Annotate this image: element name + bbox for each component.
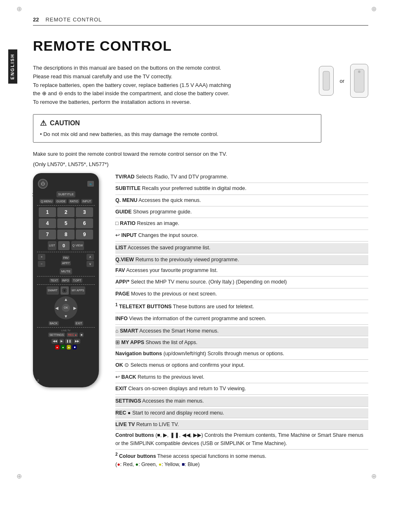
ratio-button[interactable]: RATIO [68,199,80,204]
descriptions-panel: TV/RAD Selects Radio, TV and DTV program… [115,173,368,469]
divider-4 [37,284,95,285]
desc-teletext: 1 TELETEXT BUTTONS These buttons are use… [115,302,368,313]
app-button[interactable]: APP/* [61,261,71,265]
desc-bold-qmenu: Q. MENU [115,197,137,203]
nav-up[interactable]: ▲ [64,297,68,302]
topt-button[interactable]: T.OPT [72,278,82,283]
caution-box: ⚠ CAUTION • Do not mix old and new batte… [33,114,321,143]
remote-top-row: ⏻ 📺 [36,177,96,189]
desc-bold-page: PAGE [115,291,130,297]
crosshair-br: ⊕ [371,472,377,480]
desc-input: ↩ INPUT Changes the input source. [115,232,368,241]
info-button[interactable]: INFO [61,278,70,283]
transport-row: ◀◀ ▶ ❚❚ ▶▶ [36,339,96,344]
text-button[interactable]: TEXT [49,278,59,283]
page-down[interactable]: ∨ [87,261,94,267]
num-7[interactable]: 7 [39,230,56,239]
spacer [61,321,73,326]
smart-button[interactable]: SMART [47,286,59,295]
settings-button[interactable]: SETTINGS [48,333,65,337]
desc-rec: REC ● Start to record and display record… [115,408,368,418]
note-text: Make sure to point the remote control to… [33,151,368,157]
desc-qmenu: Q. MENU Accesses the quick menus. [115,197,368,206]
num-4[interactable]: 4 [39,218,56,228]
fwd-button[interactable]: ▶▶ [74,339,80,344]
desc-bold-ratio: RATIO [120,220,136,226]
stop-button[interactable]: ■ [80,333,84,337]
desc-tvrad: TV/RAD Selects Radio, TV and DTV program… [115,173,368,183]
desc-smart: ⌂ SMART Accesses the Smart Home menus. [115,326,368,336]
num-6[interactable]: 6 [76,218,93,228]
desc-colour-btns: 2 Colour buttons These access special fu… [115,451,368,469]
list-row: LIST 0 Q VIEW [36,241,96,250]
num-8[interactable]: 8 [57,230,75,239]
ok-button[interactable]: OK [62,304,70,312]
caution-header: ⚠ CAUTION [40,119,314,128]
play-button[interactable]: ▶ [59,339,64,344]
text-row: TEXT INFO T.OPT [36,278,96,283]
desc-bold-smart: SMART [120,328,138,334]
desc-exit: EXIT Clears on-screen displays and retur… [115,385,368,395]
desc-bold-teletext: TELETEXT BUTTONS [119,304,172,309]
desc-settings: SETTINGS Accesses the main menus. [115,396,368,406]
desc-bold-qview: Q.VIEW [115,257,134,262]
desc-bold-tvrad: TV/RAD [115,174,135,180]
desc-list: LIST Accesses the saved programme list. [115,243,368,253]
crosshair-tl: ⊕ [16,5,22,13]
num-1[interactable]: 1 [39,207,56,217]
power-button[interactable]: ⏻ [38,179,48,189]
nav-left[interactable]: ◀ [55,305,58,310]
desc-bold-back: BACK [121,374,136,380]
qview-button[interactable]: Q VIEW [71,241,84,250]
nav-right[interactable]: ▶ [73,305,77,310]
nav-down[interactable]: ▼ [64,314,68,319]
pause-button[interactable]: ❚❚ [65,339,73,344]
desc-myapps: ⊞ MY APPS Shows the list of Apps. [115,338,368,348]
rec-button[interactable]: REC ● [67,333,78,337]
page-up[interactable]: ∧ [87,254,94,260]
menu-row: Q.MENU GUIDE RATIO INPUT [36,199,96,204]
desc-bold-exit: EXIT [115,386,127,391]
page-header: 22 REMOTE CONTROL [33,16,368,26]
num-0[interactable]: 0 [58,241,70,250]
desc-bold-info: INFO [115,316,128,321]
desc-back: ↩ BACK Returns to the previous level. [115,373,368,383]
green-button[interactable]: ● [61,345,65,349]
rew-button[interactable]: ◀◀ [51,339,58,344]
blue-button[interactable]: ■ [73,345,77,349]
qmenu-button[interactable]: Q.MENU [40,199,54,204]
num-2[interactable]: 2 [57,207,75,217]
num-9[interactable]: 9 [76,230,93,239]
num-3[interactable]: 3 [76,207,93,217]
myapps-button[interactable]: MY APPS [70,286,86,295]
desc-bold-rec: REC ● [115,410,131,416]
back-button[interactable]: BACK [49,321,59,326]
crosshair-tr: ⊕ [371,5,377,13]
subtitle-button[interactable]: SUBTITLE [56,191,75,197]
yellow-button[interactable]: ● [67,345,71,349]
grid-icon-button[interactable]: ⊞ [61,286,69,295]
guide-button[interactable]: GUIDE [55,199,67,204]
fav-button[interactable]: FAV [62,255,70,260]
main-title: REMOTE CONTROL [33,38,368,54]
vol-up[interactable]: + [38,254,45,260]
mute-button[interactable]: MUTE [60,268,73,274]
caution-title: CAUTION [50,120,80,127]
num-5[interactable]: 5 [57,218,75,228]
vol-down[interactable]: − [38,261,45,267]
crosshair-bl: ⊕ [16,472,22,480]
remote-image-area: or [319,64,368,98]
input-button[interactable]: INPUT [81,199,92,204]
desc-bold-subtitle: SUBTITLE [115,185,140,191]
page-control: ∧ ∨ [87,254,94,267]
remote-drawing: ⏻ 📺 SUBTITLE Q.MENU GUIDE RATIO INPUT [33,173,99,387]
desc-subtitle: SUBTITLE Recalls your preferred subtitle… [115,185,368,195]
vol-control: + − [38,254,45,267]
desc-control-btns: Control buttons (■, ▶, ❚❚, ◀◀, ▶▶) Contr… [115,431,368,450]
exit-button[interactable]: EXIT [75,321,84,326]
red-button[interactable]: ● [55,345,59,349]
desc-bold-ok: OK [115,362,123,368]
list-button[interactable]: LIST [48,241,56,250]
page-number: 22 [33,16,39,23]
desc-bold-guide: GUIDE [115,209,132,215]
